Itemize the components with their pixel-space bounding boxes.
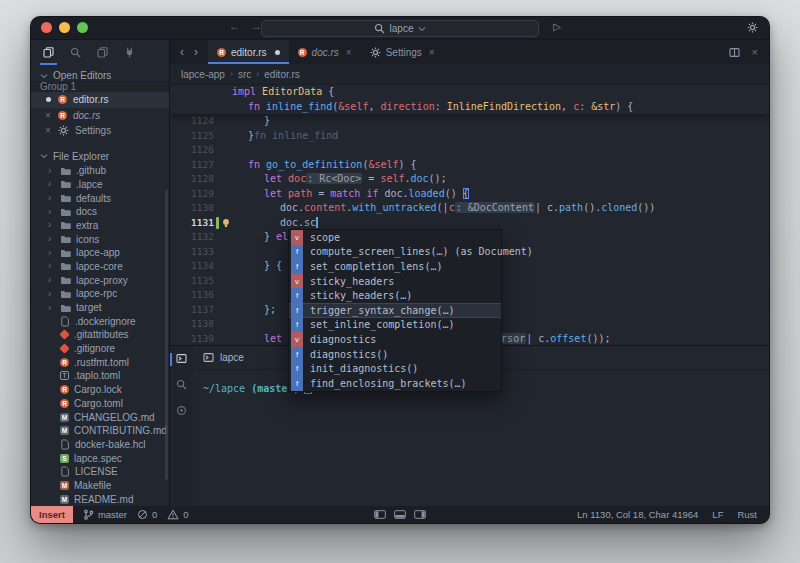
- tab-strip: ‹ › Reditor.rsRdoc.rs×Settings× ×: [170, 40, 769, 64]
- line-number: 1137: [170, 303, 214, 318]
- folder-icon: [60, 179, 71, 189]
- terminal-panel-icon[interactable]: [170, 353, 193, 364]
- completion-item-trigger_syntax_change(…)[interactable]: ftrigger_syntax_change(…): [289, 303, 501, 318]
- completion-item-diagnostics[interactable]: vdiagnostics: [289, 332, 501, 347]
- source-control-icon[interactable]: [89, 40, 116, 65]
- tree-item-label: defaults: [76, 193, 111, 204]
- tree-item-Makefile[interactable]: MMakefile: [31, 479, 169, 493]
- minimize-window-button[interactable]: [59, 22, 70, 33]
- tree-item-lapce-rpc[interactable]: ›lapce-rpc: [31, 287, 169, 301]
- open-editors-header[interactable]: Open Editors: [31, 70, 169, 81]
- problems-indicator[interactable]: 0 0: [137, 509, 189, 520]
- command-palette[interactable]: lapce: [261, 20, 539, 37]
- gutter: [214, 85, 220, 100]
- breadcrumb-segment[interactable]: lapce-app: [181, 69, 225, 80]
- toggle-bottom-panel-icon[interactable]: [394, 510, 406, 519]
- close-tab-icon[interactable]: ×: [429, 47, 435, 58]
- completion-item-init_diagnostics()[interactable]: finit_diagnostics(): [289, 361, 501, 376]
- tree-item-label: LICENSE: [75, 466, 118, 477]
- tree-item-target[interactable]: ›target: [31, 301, 169, 315]
- search-icon[interactable]: [62, 40, 89, 65]
- tab-forward-icon[interactable]: ›: [194, 45, 198, 59]
- tab-editor.rs[interactable]: Reditor.rs: [208, 40, 289, 64]
- tree-item-CHANGELOG.md[interactable]: MCHANGELOG.md: [31, 410, 169, 424]
- split-editor-icon[interactable]: [729, 47, 740, 58]
- open-editor-item-editor.rs[interactable]: Reditor.rs: [31, 92, 169, 108]
- tree-item-Cargo.toml[interactable]: RCargo.toml: [31, 397, 169, 411]
- toggle-right-panel-icon[interactable]: [414, 510, 426, 519]
- close-icon[interactable]: ×: [752, 46, 758, 58]
- tree-item-.taplo.toml[interactable]: T.taplo.toml: [31, 369, 169, 383]
- branch-indicator[interactable]: master: [83, 509, 127, 520]
- back-arrow-icon[interactable]: ←: [229, 20, 240, 32]
- variable-kind-icon: v: [291, 230, 303, 245]
- tree-item-icons[interactable]: ›icons: [31, 232, 169, 246]
- cursor-position[interactable]: Ln 1130, Col 18, Char 41964: [577, 509, 698, 520]
- tree-item-extra[interactable]: ›extra: [31, 219, 169, 233]
- tree-item-LICENSE[interactable]: LICENSE: [31, 465, 169, 479]
- run-button[interactable]: ▷: [553, 21, 561, 32]
- files-icon[interactable]: [35, 40, 62, 65]
- completion-item-set_completion_lens(…)[interactable]: fset_completion_lens(…): [289, 259, 501, 274]
- breadcrumb[interactable]: lapce-app›src›editor.rs: [170, 64, 769, 85]
- completion-item-find_enclosing_brackets(…)[interactable]: ffind_enclosing_brackets(…): [289, 376, 501, 391]
- tree-item-lapce-proxy[interactable]: ›lapce-proxy: [31, 273, 169, 287]
- completion-item-compute_screen_lines(…) (as Document)[interactable]: fcompute_screen_lines(…) (as Document): [289, 245, 501, 260]
- open-editor-item-doc.rs[interactable]: ×Rdoc.rs: [31, 108, 169, 124]
- open-editor-item-Settings[interactable]: ×Settings: [31, 123, 169, 139]
- debug-panel-icon[interactable]: [170, 405, 193, 416]
- tree-item-CONTRIBUTING.md[interactable]: MCONTRIBUTING.md: [31, 424, 169, 438]
- search-panel-icon[interactable]: [170, 379, 193, 390]
- tree-item-README.md[interactable]: MREADME.md: [31, 492, 169, 506]
- completion-item-diagnostics()[interactable]: fdiagnostics(): [289, 347, 501, 362]
- line-number: 1129: [170, 187, 214, 202]
- tree-item-lapce.spec[interactable]: Slapce.spec: [31, 451, 169, 465]
- breadcrumb-segment[interactable]: src: [238, 69, 251, 80]
- code-action-lightbulb-icon[interactable]: [220, 218, 232, 228]
- plugin-icon[interactable]: [116, 40, 143, 65]
- tab-doc.rs[interactable]: Rdoc.rs×: [289, 40, 361, 64]
- close-icon[interactable]: ×: [44, 125, 52, 136]
- sidebar-scrollbar[interactable]: [165, 190, 168, 480]
- breadcrumb-separator: ›: [256, 69, 259, 79]
- close-window-button[interactable]: [41, 22, 52, 33]
- tree-item-.lapce[interactable]: ›.lapce: [31, 178, 169, 192]
- error-icon: [137, 509, 148, 520]
- tree-item-docker-bake.hcl[interactable]: docker-bake.hcl: [31, 438, 169, 452]
- tree-item-docs[interactable]: ›docs: [31, 205, 169, 219]
- tree-item-.github[interactable]: ›.github: [31, 164, 169, 178]
- toggle-left-panel-icon[interactable]: [374, 510, 386, 519]
- close-tab-icon[interactable]: ×: [346, 47, 352, 58]
- tree-item-lapce-app[interactable]: ›lapce-app: [31, 246, 169, 260]
- language-indicator[interactable]: Rust: [737, 509, 757, 520]
- settings-gear-icon[interactable]: [747, 22, 758, 33]
- completion-item-scope[interactable]: vscope: [289, 230, 501, 245]
- titlebar: ← → lapce ▷: [31, 17, 769, 40]
- function-kind-icon: f: [291, 347, 303, 362]
- eol-indicator[interactable]: LF: [712, 509, 723, 520]
- completion-item-set_inline_completion(…)[interactable]: fset_inline_completion(…): [289, 318, 501, 333]
- tree-item-.dockerignore[interactable]: .dockerignore: [31, 314, 169, 328]
- tab-back-icon[interactable]: ‹: [180, 45, 184, 59]
- completion-item-sticky_headers(…)[interactable]: fsticky_headers(…): [289, 288, 501, 303]
- mode-badge[interactable]: Insert: [31, 506, 73, 523]
- function-kind-icon: f: [291, 318, 303, 333]
- tree-item-lapce-core[interactable]: ›lapce-core: [31, 260, 169, 274]
- file-explorer-header[interactable]: File Explorer: [31, 151, 169, 162]
- zoom-window-button[interactable]: [77, 22, 88, 33]
- tree-item-Cargo.lock[interactable]: RCargo.lock: [31, 383, 169, 397]
- main-row: Open Editors Group 1 Reditor.rs×Rdoc.rs×…: [31, 40, 769, 506]
- tab-Settings[interactable]: Settings×: [361, 40, 444, 64]
- tree-item-label: Makefile: [74, 480, 111, 491]
- tree-item-.gitattributes[interactable]: .gitattributes: [31, 328, 169, 342]
- completion-item-sticky_headers[interactable]: vsticky_headers: [289, 274, 501, 289]
- rust-icon: R: [58, 95, 67, 104]
- tree-item-.rustfmt.toml[interactable]: R.rustfmt.toml: [31, 355, 169, 369]
- tree-item-.gitignore[interactable]: .gitignore: [31, 342, 169, 356]
- breadcrumb-segment[interactable]: editor.rs: [264, 69, 300, 80]
- gutter: [214, 187, 220, 202]
- close-icon[interactable]: ×: [44, 110, 52, 121]
- function-kind-icon: f: [291, 288, 303, 303]
- modified-indicator[interactable]: [44, 97, 52, 102]
- tree-item-defaults[interactable]: ›defaults: [31, 191, 169, 205]
